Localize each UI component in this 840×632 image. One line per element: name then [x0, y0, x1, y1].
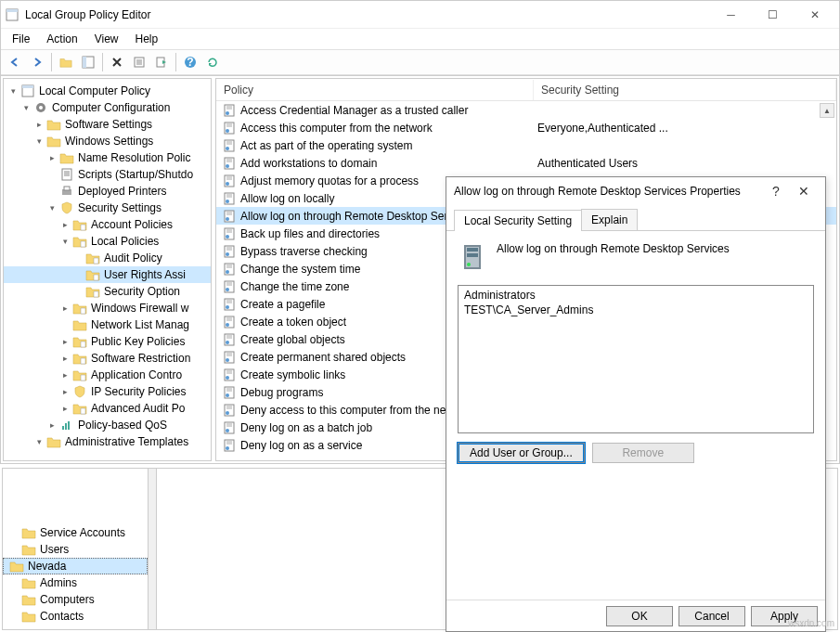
ou-node[interactable]: Contacts [3, 608, 148, 625]
expand-toggle[interactable]: ▸ [46, 419, 58, 431]
expand-toggle[interactable] [72, 269, 84, 280]
menu-help[interactable]: Help [128, 31, 166, 47]
dialog-close-button[interactable]: ✕ [790, 178, 818, 204]
tree-node[interactable]: ▸Policy-based QoS [4, 417, 211, 433]
back-button[interactable] [5, 52, 25, 72]
dialog-help-button[interactable]: ? [762, 178, 790, 204]
export-button[interactable] [151, 52, 172, 72]
ou-node[interactable]: Admins [3, 574, 148, 591]
maximize-button[interactable]: ☐ [752, 2, 794, 28]
expand-toggle[interactable]: ▸ [33, 119, 45, 130]
ou-node[interactable]: Computers [3, 591, 148, 608]
policy-row[interactable]: Act as part of the operating system [216, 136, 836, 154]
member-item[interactable]: Administrators [462, 288, 809, 303]
help-button[interactable]: ? [180, 52, 200, 72]
tree-node[interactable]: ▸Software Settings [4, 116, 211, 133]
properties-button[interactable] [129, 52, 149, 72]
expand-toggle[interactable]: ▾ [46, 202, 58, 213]
tree-node[interactable]: Audit Policy [4, 250, 211, 266]
expand-toggle[interactable]: ▸ [59, 353, 71, 364]
minimize-button[interactable]: ─ [710, 2, 752, 28]
expand-toggle[interactable]: ▸ [59, 336, 71, 347]
policy-row[interactable]: Access this computer from the networkEve… [216, 119, 836, 136]
menu-action[interactable]: Action [39, 31, 84, 47]
expand-toggle[interactable]: ▸ [59, 219, 71, 230]
titlebar[interactable]: Local Group Policy Editor ─ ☐ ✕ [1, 1, 839, 29]
dialog-title: Allow log on through Remote Desktop Serv… [454, 185, 762, 198]
dialog-titlebar[interactable]: Allow log on through Remote Desktop Serv… [446, 177, 825, 205]
expand-toggle[interactable]: ▾ [59, 236, 71, 247]
ou-node[interactable]: Users [3, 541, 148, 558]
tree-node[interactable]: ▸Advanced Audit Po [4, 400, 211, 417]
tree-label: Advanced Audit Po [91, 402, 185, 415]
tree-label: IP Security Policies [91, 385, 187, 398]
expand-toggle[interactable]: ▾ [20, 102, 32, 113]
policy-setting: Authenticated Users [537, 157, 836, 170]
column-policy[interactable]: Policy [216, 80, 534, 100]
refresh-button[interactable] [202, 52, 223, 72]
tree-pane[interactable]: ▾Local Computer Policy▾Computer Configur… [3, 78, 212, 461]
shield-icon [72, 384, 87, 399]
policy-row[interactable]: Access Credential Manager as a trusted c… [216, 101, 836, 119]
members-listbox[interactable]: AdministratorsTEST\CA_Server_Admins [458, 285, 814, 433]
member-item[interactable]: TEST\CA_Server_Admins [462, 303, 809, 317]
tree-node[interactable]: Scripts (Startup/Shutdo [4, 166, 211, 183]
expand-toggle[interactable]: ▸ [59, 369, 71, 380]
expand-toggle[interactable]: ▸ [59, 386, 71, 397]
menu-file[interactable]: File [5, 31, 37, 47]
up-button[interactable] [56, 52, 76, 72]
policy-icon [222, 350, 237, 365]
expand-toggle[interactable]: ▸ [59, 303, 71, 314]
expand-toggle[interactable] [59, 319, 71, 330]
tree-node[interactable]: Deployed Printers [4, 183, 211, 200]
ou-tree-pane[interactable]: Service AccountsUsersNevadaAdminsCompute… [2, 468, 149, 630]
ou-node[interactable]: Service Accounts [3, 524, 148, 541]
splitter[interactable] [149, 468, 156, 630]
ou-node[interactable]: Nevada [3, 558, 148, 574]
delete-button[interactable] [107, 52, 127, 72]
tree-label: Network List Manag [91, 318, 189, 331]
scroll-up-button[interactable]: ▲ [820, 103, 834, 118]
add-user-or-group-button[interactable]: Add User or Group... [458, 443, 585, 463]
tree-node[interactable]: ▸Account Policies [4, 216, 211, 233]
tree-node[interactable]: Security Option [4, 283, 211, 300]
tab-explain[interactable]: Explain [581, 209, 638, 230]
expand-toggle[interactable]: ▾ [7, 85, 19, 97]
expand-toggle[interactable] [46, 169, 58, 180]
folderp-icon [85, 251, 100, 265]
close-button[interactable]: ✕ [794, 2, 835, 28]
tree-node[interactable]: ▸Software Restriction [4, 350, 211, 367]
dialog-heading: Allow log on through Remote Desktop Serv… [497, 242, 730, 255]
expand-toggle[interactable]: ▸ [59, 403, 71, 414]
tree-node[interactable]: User Rights Assi [4, 266, 211, 283]
menu-view[interactable]: View [87, 31, 126, 47]
tree-node[interactable]: Network List Manag [4, 316, 211, 333]
forward-button[interactable] [27, 52, 47, 72]
policy-icon [222, 174, 237, 188]
tree-node[interactable]: ▸IP Security Policies [4, 383, 211, 400]
tab-local-security-setting[interactable]: Local Security Setting [454, 210, 582, 231]
expand-toggle[interactable]: ▾ [33, 436, 45, 447]
cancel-button[interactable]: Cancel [678, 606, 745, 626]
tree-node[interactable]: ▾Local Computer Policy [4, 83, 211, 99]
column-security-setting[interactable]: Security Setting [534, 80, 836, 100]
properties-dialog: Allow log on through Remote Desktop Serv… [446, 176, 826, 632]
tree-node[interactable]: ▾Local Policies [4, 233, 211, 250]
ok-button[interactable]: OK [606, 606, 673, 626]
expand-toggle[interactable]: ▸ [46, 152, 58, 163]
show-hide-tree-button[interactable] [78, 52, 98, 72]
tree-node[interactable]: ▸Public Key Policies [4, 333, 211, 350]
tree-node[interactable]: ▾Security Settings [4, 200, 211, 216]
tree-node[interactable]: ▾Windows Settings [4, 133, 211, 149]
policy-name: Access this computer from the network [240, 122, 537, 135]
tree-node[interactable]: ▾Computer Configuration [4, 99, 211, 116]
expand-toggle[interactable]: ▾ [33, 135, 45, 147]
expand-toggle[interactable] [72, 252, 84, 264]
expand-toggle[interactable] [72, 286, 84, 297]
tree-node[interactable]: ▸Windows Firewall w [4, 300, 211, 316]
policy-row[interactable]: Add workstations to domainAuthenticated … [216, 154, 836, 172]
tree-node[interactable]: ▸Application Contro [4, 367, 211, 383]
tree-node[interactable]: ▾Administrative Templates [4, 433, 211, 450]
expand-toggle[interactable] [46, 186, 58, 197]
tree-node[interactable]: ▸Name Resolution Polic [4, 149, 211, 166]
